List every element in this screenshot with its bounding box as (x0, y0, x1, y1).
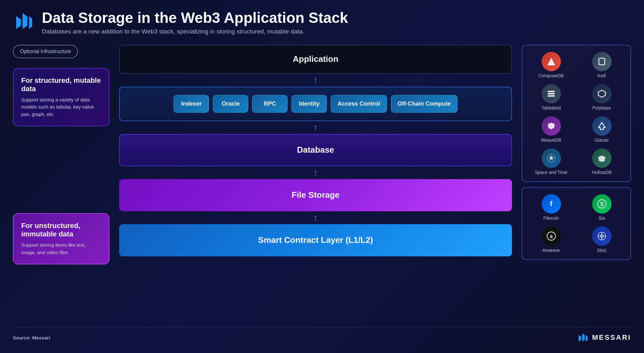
weavedb-label: WeaveDB (541, 138, 561, 143)
svg-marker-4 (547, 58, 555, 65)
messari-brand: MESSARI (577, 332, 631, 343)
source-name: Messari (32, 335, 50, 340)
tableland-label: Tableland (542, 105, 561, 110)
icon-item-hollowdb: HollowDB (579, 148, 624, 175)
svg-text:a: a (550, 234, 553, 239)
unstructured-box-title: For unstructured, immutable data (21, 222, 101, 238)
bottom-icon-grid: f Filecoin S Sia (529, 194, 624, 253)
page-title: Data Storage in the Web3 Application Sta… (42, 10, 348, 26)
svg-text:f: f (550, 200, 553, 208)
icon-item-kwil: Kwil (579, 52, 624, 78)
page-subtitle: Databases are a new addition to the Web3… (42, 28, 348, 35)
source-text: Source: Messari (13, 335, 50, 340)
arweave-icon: a (542, 226, 561, 246)
infra-offchain-compute: Off-Chain Compute (391, 95, 458, 113)
messari-logo-icon (13, 10, 35, 32)
infra-oracle: Oracle (213, 95, 248, 113)
svg-marker-20 (586, 335, 588, 341)
structured-box-title: For structured, mutable data (21, 76, 101, 93)
storj-icon (592, 226, 611, 246)
main-container: Data Storage in the Web3 Application Sta… (0, 0, 644, 353)
center-panel: Application ↑ Indexer Oracle RPC Identit… (119, 45, 512, 320)
icon-item-filecoin: f Filecoin (529, 194, 573, 221)
header: Data Storage in the Web3 Application Sta… (13, 10, 631, 35)
storj-label: Storj (597, 248, 606, 253)
svg-text:S: S (600, 201, 603, 207)
file-storage-layer: File Storage (119, 179, 512, 211)
right-panel: ComposeDB Kwil Tableland (522, 45, 631, 320)
messari-footer-icon (577, 332, 589, 343)
icon-item-sia: S Sia (579, 194, 624, 221)
kwil-icon (592, 52, 611, 71)
infra-access-control: Access Control (331, 95, 387, 113)
weavedb-icon (542, 116, 561, 136)
optional-infra-label: Optional Infrastructure (13, 45, 78, 58)
icon-item-tableland: Tableland (529, 84, 573, 110)
sia-icon: S (592, 194, 611, 214)
infra-items: Indexer Oracle RPC Identity Access Contr… (126, 95, 505, 113)
filecoin-icon: f (542, 194, 561, 214)
sia-label: Sia (598, 215, 605, 221)
space-and-time-icon (542, 148, 561, 168)
arrow-db-to-file: ↑ (119, 166, 512, 179)
arrow-file-to-smart: ↑ (119, 211, 512, 224)
messari-brand-text: MESSARI (592, 333, 631, 342)
infra-rpc: RPC (252, 95, 288, 113)
unstructured-box: For unstructured, immutable data Support… (13, 213, 109, 264)
main-content: Optional Infrastructure For structured, … (13, 45, 631, 320)
footer: Source: Messari MESSARI (13, 327, 631, 343)
hollowdb-label: HollowDB (592, 170, 611, 175)
left-panel: Optional Infrastructure For structured, … (13, 45, 109, 320)
hollowdb-icon (592, 148, 611, 168)
svg-rect-7 (548, 95, 555, 97)
infra-identity: Identity (291, 95, 327, 113)
space-and-time-label: Space and Time (535, 170, 567, 175)
icon-item-space-and-time: Space and Time (529, 148, 573, 175)
right-bottom-box: f Filecoin S Sia (522, 187, 631, 260)
glacier-icon (592, 116, 611, 136)
application-layer: Application (119, 45, 512, 74)
right-top-box: ComposeDB Kwil Tableland (522, 45, 631, 182)
database-layer: Database (119, 134, 512, 166)
filecoin-label: Filecoin (543, 215, 559, 221)
infra-indexer: Indexer (174, 95, 209, 113)
icon-item-weavedb: WeaveDB (529, 116, 573, 143)
structured-box: For structured, mutable data Support sto… (13, 68, 109, 127)
arweave-label: Arweave (542, 248, 560, 253)
icon-item-polybase: Polybase (579, 84, 624, 110)
svg-marker-18 (579, 335, 581, 341)
infrastructure-layer: Indexer Oracle RPC Identity Access Contr… (119, 87, 512, 121)
smart-contract-layer: Smart Contract Layer (L1/L2) (119, 224, 512, 256)
svg-rect-6 (548, 93, 555, 94)
svg-marker-19 (582, 333, 585, 341)
icon-item-storj: Storj (579, 226, 624, 253)
tableland-icon (542, 84, 561, 103)
icon-item-composedb: ComposeDB (529, 52, 573, 78)
icon-item-arweave: a Arweave (529, 226, 573, 253)
polybase-label: Polybase (592, 105, 611, 110)
composedb-icon (542, 52, 561, 71)
structured-box-desc: Support storing a variety of data models… (21, 96, 101, 118)
composedb-label: ComposeDB (538, 73, 564, 78)
arrow-app-to-infra: ↑ (119, 74, 512, 87)
glacier-label: Glacier (594, 138, 609, 143)
polybase-icon (592, 84, 611, 103)
svg-rect-5 (548, 91, 555, 92)
icon-item-glacier: Glacier (579, 116, 624, 143)
arrow-infra-to-db: ↑ (119, 121, 512, 134)
kwil-label: Kwil (598, 73, 606, 78)
header-text: Data Storage in the Web3 Application Sta… (42, 10, 348, 35)
top-icon-grid: ComposeDB Kwil Tableland (529, 52, 624, 175)
unstructured-box-desc: Support storing items like text, image, … (21, 242, 101, 256)
